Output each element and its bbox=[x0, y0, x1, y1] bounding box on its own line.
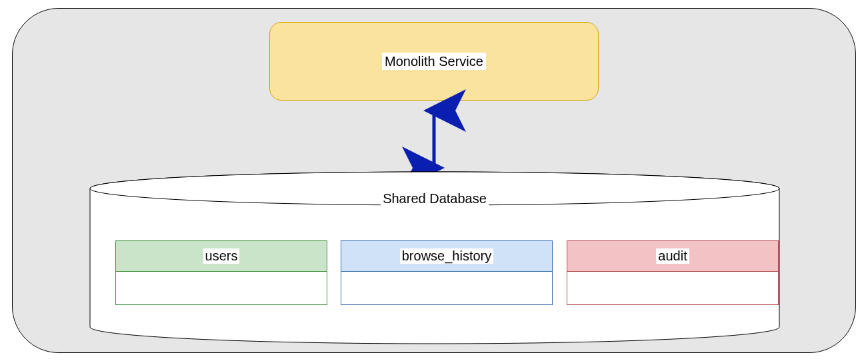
table-users-header: users bbox=[116, 241, 327, 272]
diagram-canvas: Monolith Service Shared Database users b… bbox=[0, 0, 868, 361]
table-browse-history-body bbox=[341, 272, 552, 304]
table-users: users bbox=[115, 240, 327, 305]
database-label: Shared Database bbox=[90, 191, 779, 206]
table-browse-history: browse_history bbox=[341, 240, 553, 305]
table-browse-history-header: browse_history bbox=[341, 241, 552, 272]
table-users-body bbox=[116, 272, 327, 304]
table-audit-body bbox=[567, 272, 778, 304]
database-cylinder-icon bbox=[0, 0, 868, 361]
table-audit-header: audit bbox=[567, 241, 778, 272]
table-audit: audit bbox=[567, 240, 779, 305]
